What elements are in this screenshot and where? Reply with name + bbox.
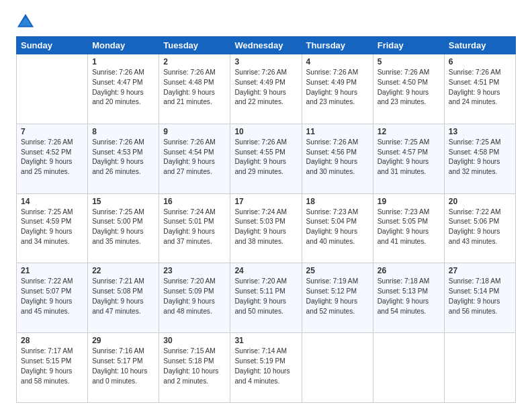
cell-info: Sunrise: 7:15 AMSunset: 5:18 PMDaylight:… xyxy=(163,347,226,386)
cell-info: Sunrise: 7:26 AMSunset: 4:54 PMDaylight:… xyxy=(163,138,226,177)
day-number: 26 xyxy=(378,266,440,275)
calendar-cell: 27Sunrise: 7:18 AMSunset: 5:14 PMDayligh… xyxy=(444,263,515,333)
day-of-week-header: Wednesday xyxy=(230,37,302,54)
calendar-week-row: 7Sunrise: 7:26 AMSunset: 4:52 PMDaylight… xyxy=(17,124,516,193)
cell-info: Sunrise: 7:25 AMSunset: 4:58 PMDaylight:… xyxy=(449,138,511,177)
calendar-cell: 3Sunrise: 7:26 AMSunset: 4:49 PMDaylight… xyxy=(230,54,302,124)
calendar-cell: 31Sunrise: 7:14 AMSunset: 5:19 PMDayligh… xyxy=(230,333,302,403)
calendar-table: SundayMondayTuesdayWednesdayThursdayFrid… xyxy=(16,36,516,403)
day-number: 19 xyxy=(378,197,440,206)
day-number: 23 xyxy=(163,266,226,275)
calendar-week-row: 28Sunrise: 7:17 AMSunset: 5:15 PMDayligh… xyxy=(17,333,516,403)
calendar-cell: 29Sunrise: 7:16 AMSunset: 5:17 PMDayligh… xyxy=(88,333,159,403)
calendar-cell: 2Sunrise: 7:26 AMSunset: 4:48 PMDaylight… xyxy=(159,54,230,124)
day-of-week-header: Monday xyxy=(88,37,159,54)
header xyxy=(16,12,516,31)
cell-info: Sunrise: 7:24 AMSunset: 5:01 PMDaylight:… xyxy=(163,208,226,247)
day-number: 27 xyxy=(449,266,511,275)
day-number: 25 xyxy=(306,266,369,275)
cell-info: Sunrise: 7:26 AMSunset: 4:49 PMDaylight:… xyxy=(234,68,297,107)
calendar-cell xyxy=(302,333,373,403)
logo xyxy=(16,12,38,31)
calendar-cell: 4Sunrise: 7:26 AMSunset: 4:49 PMDaylight… xyxy=(302,54,373,124)
cell-info: Sunrise: 7:26 AMSunset: 4:56 PMDaylight:… xyxy=(306,138,369,177)
calendar-cell: 25Sunrise: 7:19 AMSunset: 5:12 PMDayligh… xyxy=(302,263,373,333)
calendar-header-row: SundayMondayTuesdayWednesdayThursdayFrid… xyxy=(17,37,516,54)
calendar-cell: 14Sunrise: 7:25 AMSunset: 4:59 PMDayligh… xyxy=(17,193,88,263)
day-number: 22 xyxy=(92,266,154,275)
cell-info: Sunrise: 7:16 AMSunset: 5:17 PMDaylight:… xyxy=(92,347,154,386)
calendar-cell: 30Sunrise: 7:15 AMSunset: 5:18 PMDayligh… xyxy=(159,333,230,403)
calendar-cell: 8Sunrise: 7:26 AMSunset: 4:53 PMDaylight… xyxy=(88,124,159,193)
day-of-week-header: Thursday xyxy=(302,37,373,54)
cell-info: Sunrise: 7:23 AMSunset: 5:05 PMDaylight:… xyxy=(378,208,440,247)
day-of-week-header: Friday xyxy=(373,37,444,54)
day-number: 18 xyxy=(306,197,369,206)
cell-info: Sunrise: 7:26 AMSunset: 4:51 PMDaylight:… xyxy=(449,68,511,107)
day-number: 7 xyxy=(21,127,83,136)
calendar-cell: 15Sunrise: 7:25 AMSunset: 5:00 PMDayligh… xyxy=(88,193,159,263)
cell-info: Sunrise: 7:25 AMSunset: 4:57 PMDaylight:… xyxy=(378,138,440,177)
day-number: 16 xyxy=(163,197,226,206)
calendar-cell: 11Sunrise: 7:26 AMSunset: 4:56 PMDayligh… xyxy=(302,124,373,193)
cell-info: Sunrise: 7:24 AMSunset: 5:03 PMDaylight:… xyxy=(234,208,297,247)
page: SundayMondayTuesdayWednesdayThursdayFrid… xyxy=(0,0,532,411)
day-number: 31 xyxy=(234,336,297,345)
calendar-cell xyxy=(373,333,444,403)
day-number: 20 xyxy=(449,197,511,206)
day-number: 8 xyxy=(92,127,154,136)
cell-info: Sunrise: 7:26 AMSunset: 4:53 PMDaylight:… xyxy=(92,138,154,177)
calendar-cell: 16Sunrise: 7:24 AMSunset: 5:01 PMDayligh… xyxy=(159,193,230,263)
cell-info: Sunrise: 7:20 AMSunset: 5:11 PMDaylight:… xyxy=(234,277,297,316)
cell-info: Sunrise: 7:20 AMSunset: 5:09 PMDaylight:… xyxy=(163,277,226,316)
calendar-cell: 10Sunrise: 7:26 AMSunset: 4:55 PMDayligh… xyxy=(230,124,302,193)
day-number: 2 xyxy=(163,57,226,66)
calendar-cell: 5Sunrise: 7:26 AMSunset: 4:50 PMDaylight… xyxy=(373,54,444,124)
calendar-cell xyxy=(17,54,88,124)
cell-info: Sunrise: 7:14 AMSunset: 5:19 PMDaylight:… xyxy=(234,347,297,386)
day-number: 10 xyxy=(234,127,297,136)
calendar-cell: 9Sunrise: 7:26 AMSunset: 4:54 PMDaylight… xyxy=(159,124,230,193)
logo-icon xyxy=(16,12,35,31)
day-number: 29 xyxy=(92,336,154,345)
cell-info: Sunrise: 7:26 AMSunset: 4:48 PMDaylight:… xyxy=(163,68,226,107)
calendar-cell: 7Sunrise: 7:26 AMSunset: 4:52 PMDaylight… xyxy=(17,124,88,193)
day-number: 3 xyxy=(234,57,297,66)
day-number: 28 xyxy=(21,336,83,345)
day-number: 24 xyxy=(234,266,297,275)
calendar-cell: 22Sunrise: 7:21 AMSunset: 5:08 PMDayligh… xyxy=(88,263,159,333)
calendar-cell: 28Sunrise: 7:17 AMSunset: 5:15 PMDayligh… xyxy=(17,333,88,403)
calendar-cell xyxy=(444,333,515,403)
day-number: 9 xyxy=(163,127,226,136)
cell-info: Sunrise: 7:25 AMSunset: 4:59 PMDaylight:… xyxy=(21,208,83,247)
calendar-cell: 17Sunrise: 7:24 AMSunset: 5:03 PMDayligh… xyxy=(230,193,302,263)
day-number: 15 xyxy=(92,197,154,206)
calendar-cell: 20Sunrise: 7:22 AMSunset: 5:06 PMDayligh… xyxy=(444,193,515,263)
cell-info: Sunrise: 7:19 AMSunset: 5:12 PMDaylight:… xyxy=(306,277,369,316)
day-number: 11 xyxy=(306,127,369,136)
cell-info: Sunrise: 7:18 AMSunset: 5:13 PMDaylight:… xyxy=(378,277,440,316)
cell-info: Sunrise: 7:21 AMSunset: 5:08 PMDaylight:… xyxy=(92,277,154,316)
cell-info: Sunrise: 7:26 AMSunset: 4:49 PMDaylight:… xyxy=(306,68,369,107)
cell-info: Sunrise: 7:26 AMSunset: 4:52 PMDaylight:… xyxy=(21,138,83,177)
calendar-cell: 24Sunrise: 7:20 AMSunset: 5:11 PMDayligh… xyxy=(230,263,302,333)
day-number: 6 xyxy=(449,57,511,66)
calendar-cell: 23Sunrise: 7:20 AMSunset: 5:09 PMDayligh… xyxy=(159,263,230,333)
calendar-cell: 13Sunrise: 7:25 AMSunset: 4:58 PMDayligh… xyxy=(444,124,515,193)
day-number: 12 xyxy=(378,127,440,136)
day-number: 1 xyxy=(92,57,154,66)
calendar-cell: 19Sunrise: 7:23 AMSunset: 5:05 PMDayligh… xyxy=(373,193,444,263)
day-number: 21 xyxy=(21,266,83,275)
cell-info: Sunrise: 7:18 AMSunset: 5:14 PMDaylight:… xyxy=(449,277,511,316)
calendar-cell: 12Sunrise: 7:25 AMSunset: 4:57 PMDayligh… xyxy=(373,124,444,193)
calendar-week-row: 1Sunrise: 7:26 AMSunset: 4:47 PMDaylight… xyxy=(17,54,516,124)
day-number: 13 xyxy=(449,127,511,136)
calendar-cell: 26Sunrise: 7:18 AMSunset: 5:13 PMDayligh… xyxy=(373,263,444,333)
cell-info: Sunrise: 7:26 AMSunset: 4:47 PMDaylight:… xyxy=(92,68,154,107)
day-of-week-header: Tuesday xyxy=(159,37,230,54)
day-of-week-header: Sunday xyxy=(17,37,88,54)
calendar-cell: 21Sunrise: 7:22 AMSunset: 5:07 PMDayligh… xyxy=(17,263,88,333)
day-number: 5 xyxy=(378,57,440,66)
cell-info: Sunrise: 7:22 AMSunset: 5:06 PMDaylight:… xyxy=(449,208,511,247)
cell-info: Sunrise: 7:25 AMSunset: 5:00 PMDaylight:… xyxy=(92,208,154,247)
